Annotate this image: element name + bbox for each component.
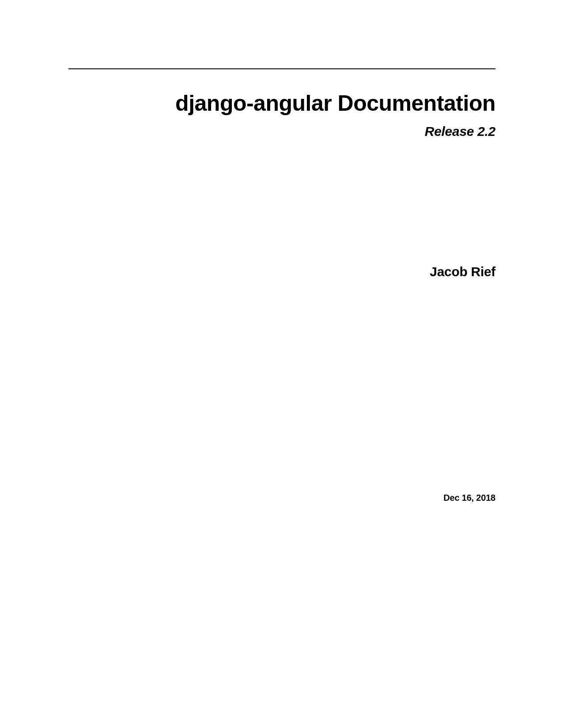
document-title: django-angular Documentation — [68, 90, 495, 116]
horizontal-rule — [68, 68, 495, 69]
release-version: Release 2.2 — [68, 124, 495, 139]
title-page: django-angular Documentation Release 2.2… — [68, 0, 495, 728]
author-name: Jacob Rief — [68, 264, 495, 279]
publication-date: Dec 16, 2018 — [68, 493, 495, 503]
